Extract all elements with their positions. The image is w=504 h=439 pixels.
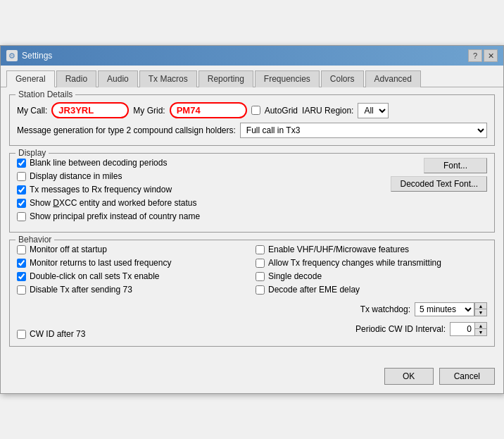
station-details-group: Station Details My Call: My Grid: AutoGr…: [9, 94, 495, 146]
display-check-4: Show principal prefix instead of country…: [17, 211, 391, 221]
monitor-returns-checkbox[interactable]: [17, 259, 26, 268]
tab-audio[interactable]: Audio: [98, 70, 138, 87]
tab-frequencies[interactable]: Frequencies: [255, 70, 320, 87]
display-cols: Blank line between decoding periods Disp…: [17, 158, 487, 225]
disable-tx-label: Disable Tx after sending 73: [30, 285, 132, 295]
display-group: Display Blank line between decoding peri…: [9, 153, 495, 233]
behavior-label: Behavior: [15, 235, 54, 245]
show-prefix-label: Show principal prefix instead of country…: [30, 211, 200, 221]
blank-line-checkbox[interactable]: [17, 159, 26, 168]
tx-messages-label: Tx messages to Rx frequency window: [30, 185, 172, 194]
cwid-checkbox[interactable]: [17, 330, 26, 339]
periodic-cw-input[interactable]: [450, 322, 474, 336]
iaru-select[interactable]: All 1 2 3: [358, 103, 389, 118]
periodic-cw-arrows: ▲ ▼: [474, 322, 487, 336]
periodic-cw-down[interactable]: ▼: [475, 329, 486, 335]
tab-general[interactable]: General: [6, 70, 55, 87]
show-dxcc-label: Show DXCC entity and worked before statu…: [30, 198, 196, 208]
allow-tx-freq-label: Allow Tx frequency changes while transmi…: [268, 258, 441, 268]
display-check-2: Tx messages to Rx frequency window: [17, 185, 391, 194]
my-call-input[interactable]: [51, 102, 129, 118]
behavior-group: Behavior Monitor off at startup Monitor …: [9, 240, 495, 347]
my-call-label: My Call:: [17, 106, 47, 116]
double-click-label: Double-click on call sets Tx enable: [30, 271, 160, 281]
allow-tx-freq-checkbox[interactable]: [256, 259, 265, 268]
font-button[interactable]: Font...: [424, 158, 487, 173]
tab-tx-macros[interactable]: Tx Macros: [139, 70, 197, 87]
compound-select[interactable]: Full call in Tx3 Full call in Tx5 Abbrev…: [240, 123, 487, 138]
tab-radio[interactable]: Radio: [56, 70, 96, 87]
display-label: Display: [15, 148, 49, 158]
tab-colors[interactable]: Colors: [321, 70, 364, 87]
tx-watchdog-select[interactable]: 5 minutes 10 minutes 15 minutes None: [415, 302, 474, 316]
help-button[interactable]: ?: [468, 49, 482, 62]
double-click-checkbox[interactable]: [17, 272, 26, 281]
my-grid-input[interactable]: [170, 102, 247, 118]
tx-watchdog-up[interactable]: ▲: [475, 303, 486, 309]
behavior-check-col1-3: Disable Tx after sending 73: [17, 285, 248, 295]
compound-row: Message generation for type 2 compound c…: [17, 123, 487, 138]
behavior-check-col2-0: Enable VHF/UHF/Microwave features: [256, 245, 487, 254]
monitor-off-checkbox[interactable]: [17, 245, 26, 254]
show-dxcc-checkbox[interactable]: [17, 199, 26, 208]
display-check-0: Blank line between decoding periods: [17, 158, 391, 168]
footer: OK Cancel: [1, 362, 503, 393]
behavior-check-col2-3: Decode after EME delay: [256, 285, 487, 295]
settings-window: ⚙ Settings ? ✕ General Radio Audio Tx Ma…: [0, 45, 504, 394]
single-decode-label: Single decode: [268, 271, 322, 281]
display-checkboxes: Blank line between decoding periods Disp…: [17, 158, 391, 225]
periodic-cw-up[interactable]: ▲: [475, 323, 486, 329]
display-check-3: Show DXCC entity and worked before statu…: [17, 198, 391, 208]
enable-vhf-label: Enable VHF/UHF/Microwave features: [268, 245, 409, 254]
decode-eme-label: Decode after EME delay: [268, 285, 360, 295]
close-button[interactable]: ✕: [484, 49, 498, 62]
monitor-off-label: Monitor off at startup: [30, 245, 107, 254]
display-buttons: Font... Decoded Text Font...: [391, 158, 487, 225]
autogrid-checkbox[interactable]: [251, 106, 260, 115]
behavior-col-right: Enable VHF/UHF/Microwave features Allow …: [256, 245, 487, 298]
decode-eme-checkbox[interactable]: [256, 285, 265, 295]
tx-watchdog-row: Tx watchdog: 5 minutes 10 minutes 15 min…: [360, 302, 487, 316]
tx-watchdog-down[interactable]: ▼: [475, 309, 486, 316]
tx-messages-checkbox[interactable]: [17, 185, 26, 194]
behavior-check-col1-2: Double-click on call sets Tx enable: [17, 271, 248, 281]
iaru-label: IARU Region:: [302, 106, 353, 116]
cwid-label: CW ID after 73: [30, 329, 85, 339]
behavior-check-col1-1: Monitor returns to last used frequency: [17, 258, 248, 268]
main-content: Station Details My Call: My Grid: AutoGr…: [1, 87, 503, 362]
behavior-cols: Monitor off at startup Monitor returns t…: [17, 245, 487, 298]
show-prefix-checkbox[interactable]: [17, 212, 26, 221]
periodic-cw-row: Periodic CW ID Interval: ▲ ▼: [355, 322, 487, 336]
behavior-check-col2-2: Single decode: [256, 271, 487, 281]
cancel-button[interactable]: Cancel: [439, 368, 495, 385]
behavior-check-col2-1: Allow Tx frequency changes while transmi…: [256, 258, 487, 268]
tab-bar: General Radio Audio Tx Macros Reporting …: [1, 66, 503, 87]
window-title: Settings: [22, 51, 52, 61]
station-details-label: Station Details: [15, 89, 75, 99]
disable-tx-checkbox[interactable]: [17, 285, 26, 295]
periodic-cw-spinbox: ▲ ▼: [450, 322, 487, 336]
behavior-col-left: Monitor off at startup Monitor returns t…: [17, 245, 248, 298]
monitor-returns-label: Monitor returns to last used frequency: [30, 258, 171, 268]
compound-label: Message generation for type 2 compound c…: [17, 125, 236, 135]
blank-line-label: Blank line between decoding periods: [30, 158, 167, 168]
display-distance-label: Display distance in miles: [30, 171, 122, 181]
single-decode-checkbox[interactable]: [256, 272, 265, 281]
tx-watchdog-spinbox: 5 minutes 10 minutes 15 minutes None ▲ ▼: [415, 302, 487, 316]
display-distance-checkbox[interactable]: [17, 172, 26, 181]
enable-vhf-checkbox[interactable]: [256, 245, 265, 254]
behavior-bottom: CW ID after 73 Tx watchdog: 5 minutes 10…: [17, 302, 487, 339]
my-grid-label: My Grid:: [133, 106, 165, 116]
tx-watchdog-label: Tx watchdog:: [360, 304, 410, 314]
behavior-check-col1-0: Monitor off at startup: [17, 245, 248, 254]
tab-reporting[interactable]: Reporting: [199, 70, 253, 87]
autogrid-label: AutoGrid: [265, 106, 298, 116]
behavior-spinners: Tx watchdog: 5 minutes 10 minutes 15 min…: [355, 302, 487, 339]
tx-watchdog-arrows: ▲ ▼: [474, 302, 487, 316]
settings-icon: ⚙: [6, 50, 18, 61]
tab-advanced[interactable]: Advanced: [365, 70, 421, 87]
ok-button[interactable]: OK: [384, 368, 434, 385]
display-check-1: Display distance in miles: [17, 171, 391, 181]
title-bar-left: ⚙ Settings: [6, 50, 52, 61]
decoded-font-button[interactable]: Decoded Text Font...: [391, 176, 487, 192]
